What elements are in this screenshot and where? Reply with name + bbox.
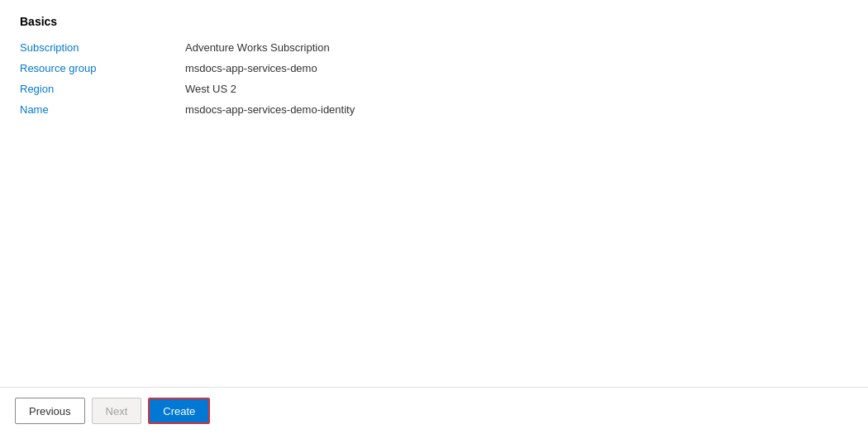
field-value: msdocs-app-services-demo xyxy=(185,62,317,74)
field-value: Adventure Works Subscription xyxy=(185,41,330,54)
field-label: Region xyxy=(20,83,185,95)
field-value: msdocs-app-services-demo-identity xyxy=(185,103,355,116)
field-row: SubscriptionAdventure Works Subscription xyxy=(20,41,848,54)
section-title: Basics xyxy=(20,15,848,28)
field-row: Resource groupmsdocs-app-services-demo xyxy=(20,62,848,74)
footer: Previous Next Create xyxy=(0,387,868,434)
create-button[interactable]: Create xyxy=(148,398,210,424)
field-value: West US 2 xyxy=(185,83,236,95)
main-content: Basics SubscriptionAdventure Works Subsc… xyxy=(0,0,868,387)
field-row: RegionWest US 2 xyxy=(20,83,848,95)
fields-container: SubscriptionAdventure Works Subscription… xyxy=(20,41,848,116)
field-label: Resource group xyxy=(20,62,185,74)
field-row: Namemsdocs-app-services-demo-identity xyxy=(20,103,848,116)
next-button: Next xyxy=(92,398,142,424)
previous-button[interactable]: Previous xyxy=(15,398,85,424)
field-label: Name xyxy=(20,103,185,116)
field-label: Subscription xyxy=(20,41,185,54)
